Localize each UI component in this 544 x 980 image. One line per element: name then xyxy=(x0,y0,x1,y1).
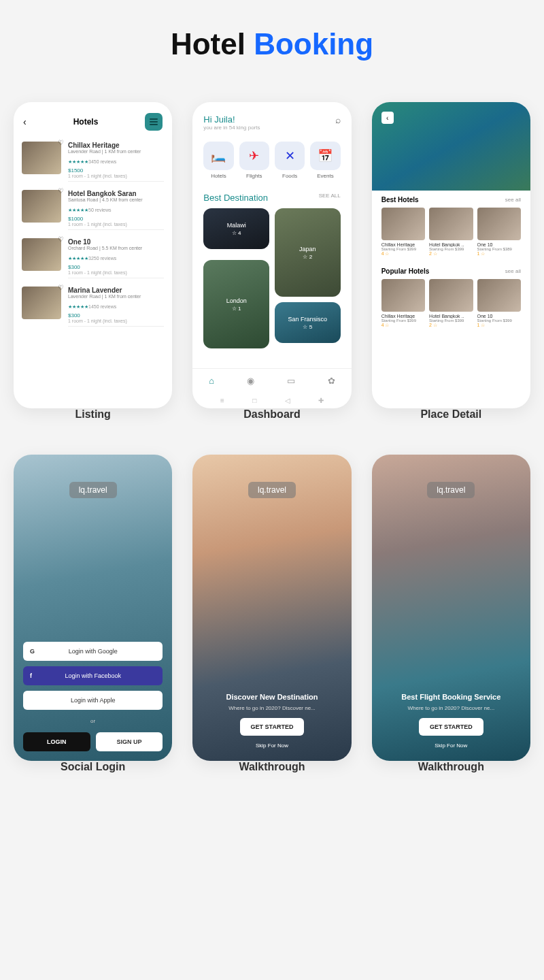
hotel-name: One 10 xyxy=(68,238,164,246)
destination-name: Japan xyxy=(299,246,316,252)
category-icon: ✈ xyxy=(239,142,269,170)
heart-icon[interactable]: ♡ xyxy=(58,284,64,291)
back-icon[interactable]: ‹ xyxy=(23,116,27,127)
greeting-sub: you are in 54 king ports xyxy=(203,125,260,131)
hotel-image: ♡ xyxy=(22,238,61,271)
hotel-card-name: Hotel Bangkok .. xyxy=(429,314,473,318)
hotel-card-rating: 1 ☆ xyxy=(477,251,521,257)
sys-home-icon[interactable]: □ xyxy=(252,397,256,404)
hotel-row[interactable]: ♡ Chillax Heritage Lavender Road | 1 KM … xyxy=(14,137,172,186)
get-started-button[interactable]: GET STARTED xyxy=(419,718,483,736)
destination-rating: ☆ 4 xyxy=(232,230,241,236)
category-hotels[interactable]: 🛏️ Hotels xyxy=(203,142,233,179)
destination-rating: ☆ 5 xyxy=(303,324,312,330)
hotel-card[interactable]: One 10 Starting From $389 1 ☆ xyxy=(477,208,521,257)
category-icon: ✕ xyxy=(275,142,305,170)
see-all-link[interactable]: SEE ALL xyxy=(319,193,341,203)
hotel-price: $1000 xyxy=(68,216,164,222)
hotel-price: $300 xyxy=(68,312,164,318)
category-flights[interactable]: ✈ Flights xyxy=(239,142,269,179)
category-icon: 🛏️ xyxy=(203,142,233,170)
hotel-image: ♡ xyxy=(22,190,61,223)
destination-card[interactable]: San Fransisco ☆ 5 xyxy=(275,302,341,343)
listing-title: Hotels xyxy=(73,117,99,127)
login-google-button[interactable]: GLogin with Google xyxy=(23,642,163,661)
logo: lq.travel xyxy=(427,482,475,498)
back-button[interactable]: ‹ xyxy=(381,112,394,124)
see-all-link[interactable]: see all xyxy=(505,268,521,274)
search-icon[interactable]: ⌕ xyxy=(335,114,341,131)
hero-image: ‹ xyxy=(372,102,530,191)
login-facebook-button[interactable]: fLogin with Facebook xyxy=(23,666,163,685)
signup-button[interactable]: SIGN UP xyxy=(96,732,163,751)
hotel-sub: Orchard Road | 5.5 KM from center xyxy=(68,246,164,250)
heart-icon[interactable]: ♡ xyxy=(58,139,64,146)
destination-card[interactable]: Japan ☆ 2 xyxy=(275,208,341,297)
section-title: Popular Hotels xyxy=(381,267,430,275)
hotel-card[interactable]: Hotel Bangkok .. Starting From $399 2 ☆ xyxy=(429,279,473,328)
hotel-card-name: Hotel Bangkok .. xyxy=(429,242,473,247)
settings-icon[interactable]: ✿ xyxy=(328,376,335,386)
destination-name: London xyxy=(226,297,247,304)
hotel-card-rating: 2 ☆ xyxy=(429,251,473,257)
review-count: 50 reviews xyxy=(88,208,111,212)
heart-icon[interactable]: ♡ xyxy=(58,235,64,243)
hotel-sub: Lavender Road | 1 KM from center xyxy=(68,294,164,299)
social-login-screen: lq.travel GLogin with Google fLogin with… xyxy=(14,455,172,761)
walkthrough-1-label: Walkthrough xyxy=(192,761,351,773)
hotel-card[interactable]: Chillax Heritage Starting From $399 4 ☆ xyxy=(381,208,425,257)
hotel-card-image xyxy=(477,279,521,312)
review-count: 3250 reviews xyxy=(88,256,116,261)
category-events[interactable]: 📅 Events xyxy=(310,142,340,179)
hotel-card[interactable]: Chillax Heritage Starting From $399 4 ☆ xyxy=(381,279,425,328)
see-all-link[interactable]: see all xyxy=(505,197,521,203)
hotel-card-image xyxy=(429,279,473,312)
category-label: Events xyxy=(310,173,340,179)
hotel-card-image xyxy=(429,208,473,240)
hotel-card-rating: 2 ☆ xyxy=(429,323,473,328)
hotel-card[interactable]: One 10 Starting From $399 1 ☆ xyxy=(477,279,521,328)
destination-card[interactable]: Malawi ☆ 4 xyxy=(203,208,269,249)
walkthrough-subtitle: Where to go in 2020? Discover ne... xyxy=(384,705,518,711)
explore-icon[interactable]: ◉ xyxy=(247,376,254,386)
destination-rating: ☆ 2 xyxy=(303,254,312,260)
home-icon[interactable]: ⌂ xyxy=(209,376,214,386)
menu-button[interactable] xyxy=(145,113,163,131)
place-detail-screen: ‹ Best Hotelssee all Chillax Heritage St… xyxy=(372,102,530,408)
category-foods[interactable]: ✕ Foods xyxy=(275,142,305,179)
hotel-card-image xyxy=(477,208,521,240)
category-label: Flights xyxy=(239,173,269,179)
hotel-row[interactable]: ♡ Hotel Bangkok Saran Santosa Road | 4.5… xyxy=(14,186,172,234)
hotel-card-name: Chillax Heritage xyxy=(381,242,425,247)
hotel-name: Hotel Bangkok Saran xyxy=(68,190,164,197)
hotel-card-name: One 10 xyxy=(477,242,521,247)
hotel-card-rating: 4 ☆ xyxy=(381,251,425,257)
heart-icon[interactable]: ♡ xyxy=(58,187,64,195)
walkthrough-title: Discover New Destination xyxy=(205,693,339,701)
facebook-icon: f xyxy=(30,672,32,679)
get-started-button[interactable]: GET STARTED xyxy=(240,718,305,736)
logo: lq.travel xyxy=(248,482,296,498)
walkthrough-subtitle: Where to go in 2020? Discover ne... xyxy=(205,705,339,711)
destination-card[interactable]: London ☆ 1 xyxy=(203,260,269,348)
hotel-row[interactable]: ♡ One 10 Orchard Road | 5.5 KM from cent… xyxy=(14,234,172,282)
stars-icon: ★★★★★ xyxy=(68,256,88,261)
walkthrough-1-screen: lq.travel Discover New Destination Where… xyxy=(192,455,351,761)
hotel-meta: 1 room - 1 night (incl. taxes) xyxy=(68,270,164,275)
login-button[interactable]: LOGIN xyxy=(23,732,90,751)
skip-link[interactable]: Skip For Now xyxy=(205,742,339,749)
sys-access-icon[interactable]: ✚ xyxy=(318,397,324,404)
login-apple-button[interactable]: Login with Apple xyxy=(23,691,163,710)
sys-menu-icon[interactable]: ≡ xyxy=(220,397,224,404)
skip-link[interactable]: Skip For Now xyxy=(384,742,518,749)
dashboard-label: Dashboard xyxy=(192,408,351,421)
chat-icon[interactable]: ▭ xyxy=(287,376,295,386)
hotel-card[interactable]: Hotel Bangkok .. Starting From $399 2 ☆ xyxy=(429,208,473,257)
walkthrough-title: Best Flight Booking Service xyxy=(384,693,518,701)
hotel-name: Chillax Heritage xyxy=(68,142,164,149)
category-label: Hotels xyxy=(203,173,233,179)
hotel-card-rating: 1 ☆ xyxy=(477,323,521,328)
social-login-label: Social Login xyxy=(14,761,172,773)
hotel-row[interactable]: ♡ Marina Lavender Lavender Road | 1 KM f… xyxy=(14,282,172,331)
sys-back-icon[interactable]: ◁ xyxy=(285,397,290,404)
